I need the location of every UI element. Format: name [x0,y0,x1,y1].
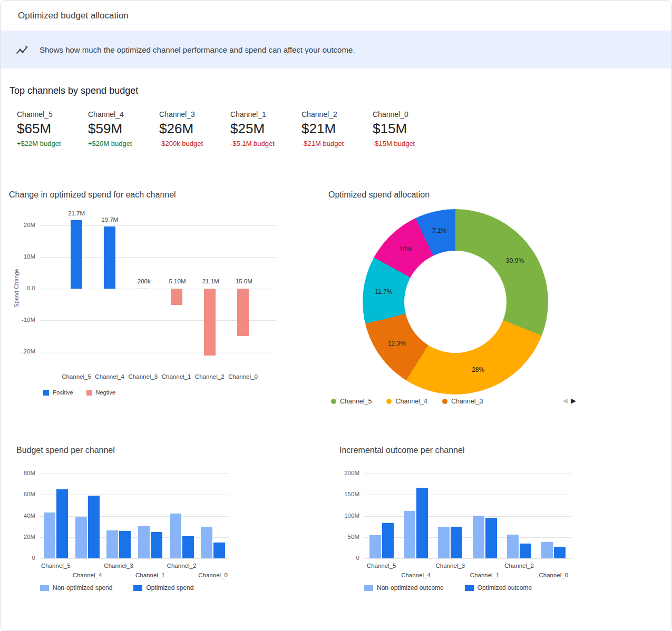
bar-channel_3-non-optimized [106,530,118,558]
legend-item-optimized-spend[interactable]: Optimized spend [133,584,193,591]
chart-legend: PositiveNegtive [43,389,115,396]
y-tick-label: 0.0 [1,285,35,291]
legend-item-positive[interactable]: Positive [43,389,73,396]
bar-channel_5-optimized [56,489,68,558]
spend-change-chart-title: Change in optimized spend for each chann… [9,190,176,200]
x-tick-label: Channel_3 [428,563,472,569]
trending-line-icon [15,43,29,57]
channel-card-channel_2: Channel_2$21M-$21M budget [301,110,373,147]
bar-channel_5 [71,220,82,289]
legend-swatch [43,390,49,396]
x-tick-label: Channel_0 [224,373,262,380]
channel-value: $65M [17,121,88,137]
bar-channel_4 [104,226,115,289]
banner-text: Shows how much the optimized channel per… [40,45,355,54]
channel-card-channel_3: Channel_3$26M-$200k budget [159,110,230,147]
x-tick-label: Channel_0 [531,572,576,578]
x-tick-label: Channel_2 [497,563,541,569]
budget-spend-chart-title: Budget spend per channel [16,446,115,455]
gridline [364,495,571,495]
channel-name: Channel_4 [88,110,159,119]
bar-value-label: 21.7M [60,210,93,216]
legend-item-optimized-outcome[interactable]: Optimized outcome [465,584,532,591]
legend-item-channel_5[interactable]: Channel_5 [331,398,372,405]
channel-card-channel_5: Channel_5$65M+$22M budget [17,110,88,147]
legend-swatch [86,390,92,396]
channel-name: Channel_3 [159,110,230,119]
channel-delta: -$15M budget [373,140,444,147]
channel-delta: +$22M budget [17,140,88,147]
bar-channel_2-non-optimized [507,535,519,558]
channel-value: $25M [230,121,301,137]
bar-channel_2 [204,289,216,356]
slice-label: 11.7% [368,288,400,295]
bar-value-label: -15.0M [226,278,260,284]
gridline [40,495,229,495]
bar-channel_0-optimized [213,543,225,558]
legend-item-non-optimized-spend[interactable]: Non-optimized spend [40,584,112,591]
top-channels-cards: Channel_5$65M+$22M budgetChannel_4$59M+$… [17,110,444,147]
budget-spend-chart: 020M40M60M80MChannel_5Channel_4Channel_3… [1,464,296,622]
bar-channel_2-optimized [520,544,531,558]
top-channels-heading: Top channels by spend budget [9,85,138,96]
bar-channel_1 [171,289,182,305]
legend-label: Channel_4 [395,398,427,405]
y-tick-label: 50M [325,534,359,540]
title-bar: Optimized budget allocation [1,1,671,31]
channel-name: Channel_2 [301,110,373,119]
legend-label: Non-optimized outcome [377,584,444,591]
bar-channel_4-optimized [416,488,428,558]
chart-legend: Non-optimized spendOptimized spend [40,584,193,591]
legend-dot [442,399,447,404]
bar-channel_4-optimized [88,496,100,558]
legend-pagination: ◀▶ [562,397,576,405]
legend-swatch [465,585,474,591]
legend-swatch [40,585,49,591]
legend-item-non-optimized-outcome[interactable]: Non-optimized outcome [364,584,444,591]
channel-delta: -$21M budget [301,140,373,147]
x-tick-label: Channel_3 [96,563,141,569]
x-tick-label: Channel_4 [394,572,438,578]
x-tick-label: Channel_4 [91,373,129,380]
bar-channel_5-non-optimized [44,512,55,558]
spend-allocation-donut-chart: 30.9%28%12.3%11.7%10%7.1%Channel_5Channe… [328,206,586,414]
optimized-budget-allocation-page: Optimized budget allocation Shows how mu… [0,0,672,631]
legend-item-channel_3[interactable]: Channel_3 [442,398,483,405]
bar-channel_5-optimized [382,523,394,558]
donut-legend-next-button[interactable]: ▶ [571,397,576,405]
bar-channel_1-optimized [151,532,162,558]
bar-value-label: -5.10M [160,278,193,284]
bar-channel_0 [237,289,249,336]
gridline [40,516,229,517]
legend-label: Optimized outcome [478,584,532,591]
slice-label: 28% [462,366,494,373]
legend-label: Optimized spend [146,584,193,591]
legend-swatch [133,585,142,591]
legend-dot [331,399,336,404]
y-tick-label: 10M [1,253,35,260]
channel-value: $15M [373,121,444,137]
channel-delta: -$200k budget [159,140,230,147]
gridline [364,558,571,559]
y-tick-label: 80M [1,470,35,476]
legend-dot [386,399,392,404]
channel-card-channel_0: Channel_0$15M-$15M budget [373,110,444,147]
donut-legend-prev-button[interactable]: ◀ [562,397,568,405]
x-tick-label: Channel_1 [463,572,507,578]
x-tick-label: Channel_1 [128,572,172,578]
x-tick-label: Channel_3 [124,373,162,380]
incremental-outcome-chart: 050M100M150M200MChannel_5Channel_4Channe… [325,464,620,622]
y-tick-label: 60M [1,491,35,497]
legend-item-channel_4[interactable]: Channel_4 [386,398,427,405]
bar-channel_5-non-optimized [369,535,381,558]
gridline [40,474,229,474]
legend-item-negtive[interactable]: Negtive [86,389,115,396]
bar-channel_3 [137,289,149,289]
channel-delta: +$20M budget [88,140,159,147]
channel-delta: -$5.1M budget [230,140,301,147]
slice-label: 10% [390,245,422,253]
y-tick-label: 20M [1,222,35,228]
x-tick-label: Channel_2 [191,373,229,380]
bar-channel_3-optimized [451,527,462,558]
x-tick-label: Channel_5 [34,563,78,569]
